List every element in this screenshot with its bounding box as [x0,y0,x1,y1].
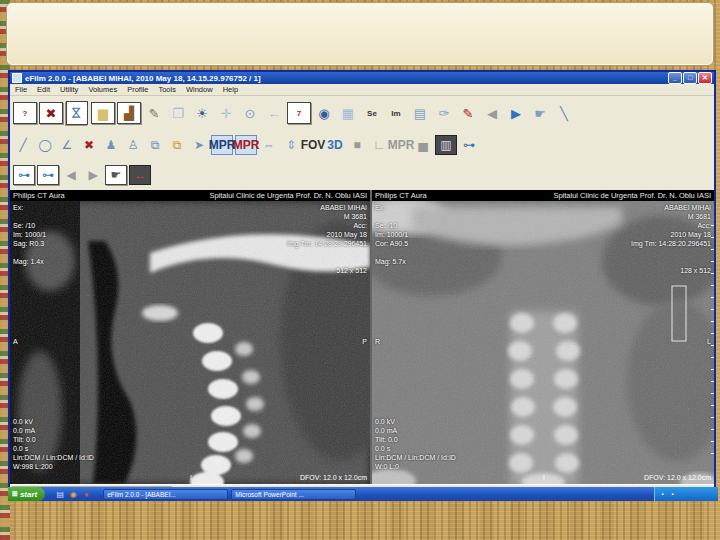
quick-launch-media-icon[interactable]: ● [81,489,91,499]
overlay-line [631,257,711,266]
link-cubes-icon[interactable]: ⧉ [167,136,187,154]
overlay-top-right: ABABEI MIHAIM 3681Acc:2010 May 18Img Tm:… [631,203,711,275]
overlay-line: Se: /10 [13,221,46,230]
start-button[interactable]: ⊞ start [8,487,45,501]
overlay-top-left: Ex: Se: /10Im: 1000/1Sag: R0.3 Mag: 1.4x [13,203,46,266]
measure-angle-icon[interactable]: ∠ [57,136,77,154]
zoom-icon[interactable]: ⊙ [239,103,261,123]
stereo-mpr-icon[interactable]: MPR [391,136,411,154]
image-layout-icon[interactable]: Im [385,103,407,123]
orientation-marker-anterior: A [13,337,18,346]
maximize-button[interactable]: □ [683,72,697,84]
histogram-icon[interactable]: ▅ [413,136,433,154]
viewport-header: Philips CT Aura Spitalul Clinic de Urgen… [10,190,370,201]
close-study-icon[interactable]: ✖ [39,102,63,124]
mpr-cross-icon[interactable]: MPR [235,135,257,155]
back-arrow-icon[interactable]: ← [263,103,285,123]
report-icon[interactable]: ▤ [409,103,431,123]
overlay-line: Im: 1000/1 [13,230,46,239]
stack-cubes-icon[interactable]: ⧉ [145,136,165,154]
axes-icon[interactable]: ∟ [369,136,389,154]
film-compare-icon[interactable]: ↔ [129,165,151,185]
task-buttons: eFilm 2.0.0 - [ABABEI...Microsoft PowerP… [103,489,654,500]
next-study-icon[interactable]: ▶ [505,103,527,123]
overlay-line [375,212,408,221]
next-layout-icon[interactable]: ▶ [83,166,103,184]
quick-launch-desktop-icon[interactable]: ▤ [55,489,65,499]
viewport-coronal[interactable]: Philips CT Aura Spitalul Clinic de Urgen… [372,190,714,484]
copy-pages-icon[interactable]: ❐ [167,103,189,123]
institution-label: Spitalul Clinic de Urgenta Prof. Dr. N. … [553,191,711,200]
open-folder-icon[interactable]: ▆ [91,102,115,124]
cine-icon[interactable]: ◉ [313,103,335,123]
overlay-line: Se: /10 [375,221,408,230]
menu-item[interactable]: Profile [122,85,153,94]
overlay-line: 0.0 kV [13,417,94,426]
overlay-line: 0.0 mA [375,426,456,435]
menu-item[interactable]: Volumes [83,85,122,94]
key-save-icon[interactable]: ⊶ [13,165,35,185]
hourglass-icon[interactable]: ⋈ [66,101,88,125]
mpr-icon[interactable]: MPR [211,135,233,155]
menu-item[interactable]: Utility [55,85,83,94]
dfov-label: DFOV: 12.0 x 12.0cm [644,474,711,481]
delete-measure-icon[interactable]: ✖ [79,136,99,154]
pan-icon[interactable]: ✛ [215,103,237,123]
menu-item[interactable]: Edit [32,85,55,94]
menu-item[interactable]: Window [181,85,218,94]
key-view-icon[interactable]: ⊶ [37,165,59,185]
viewport-sagittal[interactable]: Philips CT Aura Spitalul Clinic de Urgen… [10,190,370,484]
fov-icon[interactable]: FOV [303,136,323,154]
menu-item[interactable]: Tools [153,85,181,94]
orientation-marker-posterior: P [362,337,367,346]
key-image-icon[interactable]: ⊶ [459,136,479,154]
flip-vertical-icon[interactable]: ⇕ [281,136,301,154]
menu-item[interactable]: Help [218,85,243,94]
overlay-bottom-left: 0.0 kV0.0 mATilt: 0.00.0 sLin:DCM / Lin:… [13,417,94,471]
grab-card-icon[interactable]: ☛ [529,103,551,123]
prev-layout-icon[interactable]: ◀ [61,166,81,184]
overlay-bottom-left: 0.0 kV0.0 mATilt: 0.00.0 sLin:DCM / Lin:… [375,417,456,471]
close-button[interactable]: ✕ [698,72,712,84]
archive-jar-icon[interactable]: ▟ [117,102,141,124]
overlay-top-right: ABABEI MIHAIM 3681Acc:2010 May 18Img Tm:… [287,203,367,275]
overlay-line: Acc: [287,221,367,230]
measure-ellipse-icon[interactable]: ◯ [35,136,55,154]
window-level-icon[interactable]: ☀ [191,103,213,123]
tray-network-icon[interactable]: ▪ [659,491,666,498]
gray-square-icon[interactable]: ■ [347,136,367,154]
overlay-line: Im: 1000/1 [375,230,408,239]
print-notes-icon[interactable]: ✎ [143,103,165,123]
overlay-line: ABABEI MIHAI [631,203,711,212]
minimize-button[interactable]: _ [668,72,682,84]
overlay-line [287,248,367,257]
quick-launch-browser-icon[interactable]: ◉ [68,489,78,499]
3d-icon[interactable]: 3D [325,136,345,154]
line-tool-icon[interactable]: ╲ [553,103,575,123]
overlay-top-left: Ex: Se: /10Im: 1000/1Cor: A90.5 Mag: 5.7… [375,203,408,266]
overlay-line [13,212,46,221]
scale-ruler [711,220,714,454]
film-panel-icon[interactable]: ▥ [435,135,457,155]
overlay-line [375,248,408,257]
flip-horizontal-icon[interactable]: ⇔ [259,136,279,154]
measure-line-icon[interactable]: ╱ [13,136,33,154]
view-report-icon[interactable]: ✑ [433,103,455,123]
overlay-line: Ex: [375,203,408,212]
layout-grid-icon[interactable]: ▦ [337,103,359,123]
task-button-efilm[interactable]: eFilm 2.0.0 - [ABABEI... [103,489,228,500]
task-button-powerpoint[interactable]: Microsoft PowerPoint ... [231,489,356,500]
clipboard-7-icon[interactable]: 7 [287,102,311,124]
menu-item[interactable]: File [10,85,32,94]
help-icon[interactable]: ? [13,102,37,124]
app-icon [12,73,22,83]
keypad-hand-icon[interactable]: ☛ [105,165,127,185]
scout-person-icon[interactable]: ♟ [101,136,121,154]
prev-study-icon[interactable]: ◀ [481,103,503,123]
edit-report-icon[interactable]: ✎ [457,103,479,123]
overlay-line: W:998 L:200 [13,462,94,471]
tray-volume-icon[interactable]: ▪ [669,491,676,498]
cursor-icon[interactable]: ➤ [189,136,209,154]
series-layout-icon[interactable]: Se [361,103,383,123]
reference-lines-icon[interactable]: ♙ [123,136,143,154]
